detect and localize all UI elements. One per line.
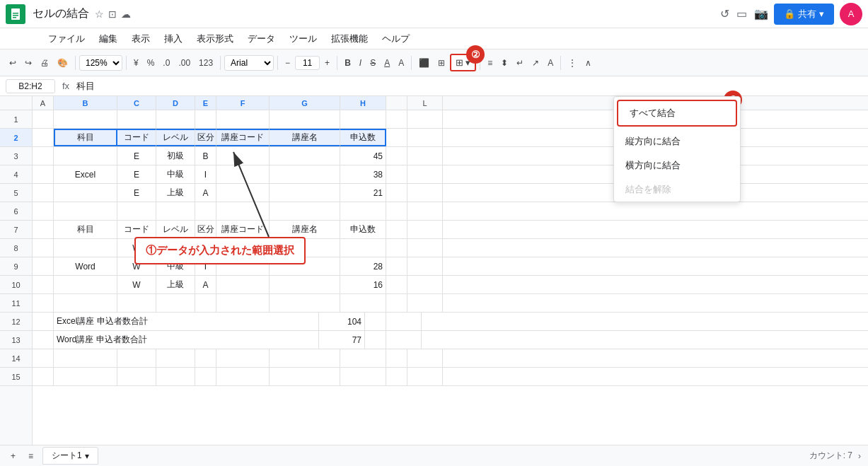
cell-e2[interactable]: 区分 xyxy=(195,129,216,146)
menu-data[interactable]: データ xyxy=(242,30,281,48)
cell-g15[interactable] xyxy=(270,368,340,385)
font-size-input[interactable] xyxy=(295,56,320,70)
strikethrough-button[interactable]: S xyxy=(366,55,379,71)
cell-b8[interactable] xyxy=(54,239,117,257)
cell-g4[interactable] xyxy=(270,165,340,183)
cell-e6[interactable] xyxy=(195,202,216,220)
cell-ref-input[interactable] xyxy=(6,79,55,93)
cell-b7[interactable]: 科目 xyxy=(54,221,117,238)
col-header-h[interactable]: H xyxy=(340,96,386,110)
fill-color-button[interactable]: ⬛ xyxy=(415,55,433,71)
cell-c4[interactable]: E xyxy=(117,165,156,183)
col-header-i[interactable] xyxy=(386,96,407,110)
unmerge-option[interactable]: 結合を解除 xyxy=(614,177,740,202)
cell-i5[interactable] xyxy=(386,184,407,202)
cell-c1[interactable] xyxy=(117,110,156,128)
cell-l15[interactable] xyxy=(407,368,443,385)
cell-h14[interactable] xyxy=(340,349,386,367)
cell-d1[interactable] xyxy=(156,110,195,128)
sheet-options-button[interactable]: ≡ xyxy=(25,448,37,464)
cell-a1[interactable] xyxy=(33,110,54,128)
cell-d4[interactable]: 中級 xyxy=(156,165,195,183)
col-header-d[interactable]: D xyxy=(156,96,195,110)
cell-l11[interactable] xyxy=(407,294,443,312)
star-icon[interactable]: ☆ xyxy=(95,8,104,20)
cell-a3[interactable] xyxy=(33,147,54,165)
redo-button[interactable]: ↪ xyxy=(21,55,35,71)
cell-i8[interactable] xyxy=(386,239,407,257)
add-sheet-button[interactable]: + xyxy=(7,448,19,464)
row-num-6[interactable]: 6 xyxy=(0,202,32,221)
row-num-4[interactable]: 4 xyxy=(0,165,32,184)
decimal-dec-button[interactable]: .0 xyxy=(159,55,173,71)
cell-a2[interactable] xyxy=(33,129,54,146)
merge-vertical-option[interactable]: 縦方向に結合 xyxy=(614,129,740,153)
cell-d14[interactable] xyxy=(156,349,195,367)
cell-h15[interactable] xyxy=(340,368,386,385)
print-button[interactable]: 🖨 xyxy=(37,55,52,71)
cell-i7[interactable] xyxy=(386,221,407,238)
align-left-button[interactable]: ≡ xyxy=(484,55,496,71)
cell-b11[interactable] xyxy=(54,294,117,312)
valign-button[interactable]: ⬍ xyxy=(497,55,511,71)
cell-i3[interactable] xyxy=(386,147,407,165)
merge-all-option[interactable]: すべて結合 xyxy=(618,101,736,125)
meet-icon[interactable]: 📷 xyxy=(754,7,768,21)
col-header-b[interactable]: B xyxy=(54,96,117,110)
cell-c14[interactable] xyxy=(117,349,156,367)
format-123-button[interactable]: 123 xyxy=(195,55,216,71)
cell-g14[interactable] xyxy=(270,349,340,367)
menu-edit[interactable]: 編集 xyxy=(93,30,123,48)
paint-format-button[interactable]: 🎨 xyxy=(54,55,71,71)
cell-f14[interactable] xyxy=(216,349,270,367)
cell-i1[interactable] xyxy=(386,110,407,128)
menu-tools[interactable]: ツール xyxy=(284,30,323,48)
cell-l7[interactable] xyxy=(407,221,443,238)
cell-h3[interactable]: 45 xyxy=(340,147,386,165)
undo-button[interactable]: ↩ xyxy=(6,55,20,71)
cell-a14[interactable] xyxy=(33,349,54,367)
menu-view[interactable]: 表示 xyxy=(126,30,156,48)
cell-b1[interactable] xyxy=(54,110,117,128)
cell-h4[interactable]: 38 xyxy=(340,165,386,183)
cell-a15[interactable] xyxy=(33,368,54,385)
cell-a12[interactable] xyxy=(33,313,54,330)
cell-b4[interactable]: Excel xyxy=(54,165,117,183)
cell-c2[interactable]: コード xyxy=(117,129,156,146)
cell-e3[interactable]: B xyxy=(195,147,216,165)
cell-h7[interactable]: 申込数 xyxy=(340,221,386,238)
cell-e11[interactable] xyxy=(195,294,216,312)
cell-e15[interactable] xyxy=(195,368,216,385)
cell-g1[interactable] xyxy=(270,110,340,128)
cell-d5[interactable]: 上級 xyxy=(156,184,195,202)
row-num-5[interactable]: 5 xyxy=(0,184,32,202)
row-num-11[interactable]: 11 xyxy=(0,294,32,313)
cell-i10[interactable] xyxy=(386,276,407,293)
cell-d11[interactable] xyxy=(156,294,195,312)
cell-b6[interactable] xyxy=(54,202,117,220)
cell-i14[interactable] xyxy=(386,349,407,367)
cell-h9[interactable]: 28 xyxy=(340,257,386,275)
cell-e7[interactable]: 区分 xyxy=(195,221,216,238)
cell-l5[interactable] xyxy=(407,184,443,202)
cell-h5[interactable]: 21 xyxy=(340,184,386,202)
cell-i2[interactable] xyxy=(386,129,407,146)
cell-f2[interactable]: 講座コード xyxy=(216,129,270,146)
present-icon[interactable]: ▭ xyxy=(736,7,747,21)
cell-d2[interactable]: レベル xyxy=(156,129,195,146)
menu-extensions[interactable]: 拡張機能 xyxy=(325,30,374,48)
row-num-13[interactable]: 13 xyxy=(0,331,32,349)
cell-a8[interactable] xyxy=(33,239,54,257)
cell-h12[interactable]: 104 xyxy=(319,313,365,330)
cell-b5[interactable] xyxy=(54,184,117,202)
cell-c5[interactable]: E xyxy=(117,184,156,202)
cell-a11[interactable] xyxy=(33,294,54,312)
col-header-c[interactable]: C xyxy=(117,96,156,110)
cell-d6[interactable] xyxy=(156,202,195,220)
expand-button[interactable]: ∧ xyxy=(581,55,595,71)
cell-c3[interactable]: E xyxy=(117,147,156,165)
cell-c15[interactable] xyxy=(117,368,156,385)
wrap-button[interactable]: ↵ xyxy=(513,55,527,71)
cell-f3[interactable] xyxy=(216,147,270,165)
cell-h6[interactable] xyxy=(340,202,386,220)
